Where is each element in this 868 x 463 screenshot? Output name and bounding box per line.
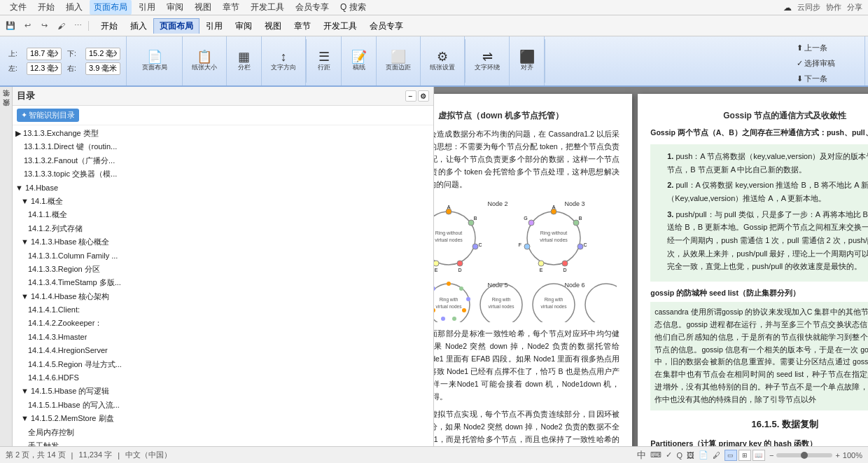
toc-item-141[interactable]: ▼ 14.Hbase xyxy=(13,181,433,195)
search-menu[interactable]: Q 搜索 xyxy=(336,0,370,15)
insert-menu[interactable]: 插入 xyxy=(62,0,87,15)
format-painter-btn[interactable]: 🖌 xyxy=(53,18,69,34)
save-btn[interactable]: 💾 xyxy=(3,18,18,34)
tab-start[interactable]: 开始 xyxy=(94,18,124,34)
smart-toc-btn[interactable]: ✦ 智能识别目录 xyxy=(17,109,79,122)
page-layout-btn[interactable]: 📄 页面布局 xyxy=(139,48,171,74)
read-mode-btn[interactable]: 📖 xyxy=(752,450,765,461)
next-btn[interactable]: ⬇ 下一条 xyxy=(793,71,839,85)
margin-left-input[interactable] xyxy=(27,62,62,75)
toc-item-14152b[interactable]: 手工触发 xyxy=(13,439,433,446)
svg-text:Node 5: Node 5 xyxy=(487,282,507,289)
align-btn[interactable]: ⬛ 对齐 xyxy=(516,48,538,74)
paper-size-btn[interactable]: 📋 纸张大小 xyxy=(188,48,220,74)
tab-page-layout[interactable]: 页面布局 xyxy=(153,18,200,34)
left-section-title: 虚拟节点（down 机多节点托管） xyxy=(434,109,620,123)
start-menu[interactable]: 开始 xyxy=(34,0,59,15)
status-icon-1[interactable]: 中 xyxy=(637,449,646,462)
collab-label[interactable]: 协作 xyxy=(826,2,841,13)
toc-item-14144[interactable]: 14.1.4.4.HregionServer xyxy=(13,344,433,357)
left-para-1-text: 由于这种方式会造成数据分布不均衡的问题，在 Cassandra1.2 以后采用了… xyxy=(434,130,620,188)
toc-item-14112[interactable]: 14.1.2.列式存储 xyxy=(13,222,433,235)
review-menu[interactable]: 审阅 xyxy=(162,0,188,15)
document-area[interactable]: 虚拟节点（down 机多节点托管） 由于这种方式会造成数据分布不均衡的问题，在 … xyxy=(434,87,869,446)
reference-menu[interactable]: 引用 xyxy=(134,0,160,15)
nav-icon[interactable]: 导航 xyxy=(1,90,11,95)
status-icon-5[interactable]: 🖼 xyxy=(687,451,694,459)
paper-setup-btn[interactable]: ⚙ 纸张设置 xyxy=(426,48,458,74)
toc-item-1412[interactable]: ▼ 14.1.3.Hbase 核心概全 xyxy=(13,235,433,249)
wrap-icon: ⇌ xyxy=(482,50,493,63)
select-review-btn[interactable]: ✓ 选择审稿 xyxy=(793,56,839,70)
chapter-menu[interactable]: 章节 xyxy=(218,0,244,15)
toc-item-14132[interactable]: 14.1.3.3.Region 分区 xyxy=(13,263,433,276)
status-icon-3[interactable]: ✓ xyxy=(666,450,672,459)
status-icon-4[interactable]: Q xyxy=(676,451,682,459)
toc-item-1415[interactable]: ▼ 14.1.5.Hbase 的写逻辑 xyxy=(13,385,433,398)
status-icon-7[interactable]: 🖋 xyxy=(713,451,720,459)
search-sidebar-icon[interactable]: 搜索 xyxy=(1,109,11,115)
toc-settings-btn[interactable]: ⚙ xyxy=(418,90,429,102)
tab-view[interactable]: 视图 xyxy=(258,18,288,34)
share-label[interactable]: 分享 xyxy=(847,2,862,13)
text-dir-btn[interactable]: ↕ 文字方向 xyxy=(267,48,300,74)
cloud-sync-label[interactable]: 云同步 xyxy=(797,2,820,13)
toc-item-14151[interactable]: 14.1.5.1.Hbase 的写入流... xyxy=(13,399,433,412)
member-menu[interactable]: 会员专享 xyxy=(291,0,333,15)
svg-text:C: C xyxy=(478,242,482,247)
tab-member[interactable]: 会员专享 xyxy=(363,18,410,34)
multi-page-btn[interactable]: ⊞ xyxy=(738,450,751,461)
more-btn[interactable]: ⋯ xyxy=(70,18,85,34)
page-margin-btn[interactable]: ⬜ 页面边距 xyxy=(382,48,414,74)
section-btn[interactable]: ▦ 分栏 xyxy=(234,48,255,74)
tab-devtools[interactable]: 开发工具 xyxy=(317,18,363,34)
toc-item-131332[interactable]: 13.1.3.2.Fanout（广播分... xyxy=(13,154,433,167)
single-page-btn[interactable]: ▭ xyxy=(724,450,737,461)
margin-top-input[interactable] xyxy=(27,48,62,60)
toc-item-14141[interactable]: 14.1.4.1.Client: xyxy=(13,303,433,317)
toc-item-14131[interactable]: 14.1.3.1.Column Family ... xyxy=(13,249,433,263)
tab-reference[interactable]: 引用 xyxy=(200,18,229,34)
theme-btn[interactable]: 📝 稿纸 xyxy=(348,48,370,74)
view-menu[interactable]: 视图 xyxy=(190,0,216,15)
prev-btn[interactable]: ⬆ 上一条 xyxy=(793,41,839,55)
toc-item-1411[interactable]: ▼ 14.1.概全 xyxy=(13,195,433,208)
toc-item-13133[interactable]: ▶ 13.1.3.Exchange 类型 xyxy=(13,127,433,140)
line-spacing-label: 行距 xyxy=(318,63,330,72)
toc-item-14152a[interactable]: 全局内存控制 xyxy=(13,426,433,439)
zoom-in-btn[interactable]: + xyxy=(835,451,839,459)
toc-tree[interactable]: ▶ 13.1.3.Exchange 类型 13.1.3.1.Direct 键（r… xyxy=(13,125,433,446)
margin-right-input[interactable] xyxy=(85,62,120,75)
tab-insert[interactable]: 插入 xyxy=(124,18,153,34)
word-wrap-btn[interactable]: ⇌ 文字环绕 xyxy=(471,48,503,74)
status-icon-6[interactable]: 📄 xyxy=(699,450,708,459)
bookmark-icon[interactable]: 书签 xyxy=(1,99,11,105)
svg-point-10 xyxy=(434,261,439,266)
zoom-out-btn[interactable]: − xyxy=(769,451,774,459)
zoom-slider[interactable] xyxy=(776,453,832,457)
status-icon-2[interactable]: ⌨ xyxy=(650,450,662,459)
ai-icon: ✦ xyxy=(21,111,27,120)
svg-point-43 xyxy=(480,284,522,322)
toc-item-14145[interactable]: 14.1.4.5.Region 寻址方式... xyxy=(13,358,433,371)
dev-tools-menu[interactable]: 开发工具 xyxy=(246,0,288,15)
toc-item-14152[interactable]: ▼ 14.1.5.2.MemStore 刷盘 xyxy=(13,412,433,425)
tab-chapter[interactable]: 章节 xyxy=(288,18,317,34)
status-right: 中 ⌨ ✓ Q 🖼 📄 🖋 ▭ ⊞ 📖 − + 100% xyxy=(637,449,862,462)
line-spacing-btn[interactable]: ☰ 行距 xyxy=(314,48,335,74)
toc-item-1413[interactable]: ▼ 14.1.4.Hbase 核心架构 xyxy=(13,290,433,303)
file-menu[interactable]: 文件 xyxy=(6,0,31,15)
page-layout-menu[interactable]: 页面布局 xyxy=(90,0,132,15)
toc-item-14143[interactable]: 14.1.4.3.Hmaster xyxy=(13,331,433,344)
toc-item-14111[interactable]: 14.1.1.概全 xyxy=(13,208,433,221)
toc-item-131333[interactable]: 13.1.3.3.topic 交换器（模... xyxy=(13,167,433,181)
toc-item-14133[interactable]: 14.1.3.4.TimeStamp 多版... xyxy=(13,276,433,289)
toc-collapse-btn[interactable]: − xyxy=(405,90,416,102)
redo-btn[interactable]: ↪ xyxy=(36,18,52,34)
undo-btn[interactable]: ↩ xyxy=(20,18,35,34)
toc-item-14146[interactable]: 14.1.4.6.HDFS xyxy=(13,371,433,385)
margin-bottom-input[interactable] xyxy=(85,48,120,60)
tab-review[interactable]: 审阅 xyxy=(229,18,258,34)
toc-item-131331[interactable]: 13.1.3.1.Direct 键（routin... xyxy=(13,140,433,153)
toc-item-14142[interactable]: 14.1.4.2.Zookeeper： xyxy=(13,317,433,330)
